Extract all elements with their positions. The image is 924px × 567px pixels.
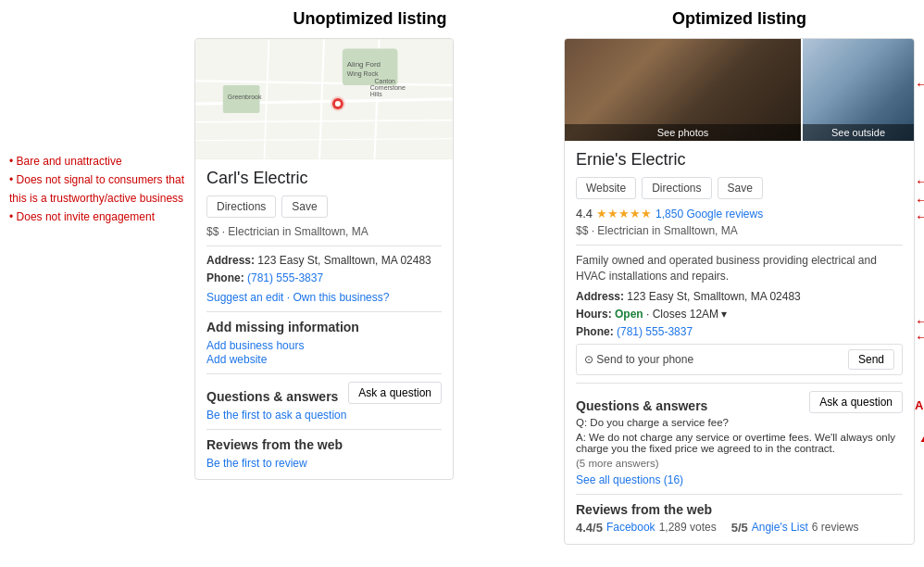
unoptimized-business-name: Carl's Electric [206,169,442,188]
unoptimized-reviews-cta[interactable]: Be the first to review [206,457,307,470]
fb-label: Facebook [606,521,656,534]
unoptimized-column: Unoptimized listing [194,9,545,545]
phone-arrow-icon: ← [915,329,924,346]
unoptimized-save-button[interactable]: Save [281,195,327,218]
optimized-title: Optimized listing [564,9,915,29]
review-count[interactable]: 1,850 Google reviews [656,208,763,220]
reviews-web: 4.4/5 Facebook 1,289 votes 5/5 Angie's L… [576,521,903,535]
photo-right-overlay: See outside [803,124,914,141]
svg-text:Hills: Hills [370,91,383,97]
hours-closes: · Closes 12AM ▾ [646,308,727,321]
unoptimized-ask-button[interactable]: Ask a question [348,382,442,404]
photo-interior[interactable]: See photos [565,39,801,141]
phone-annotation: ← Phone [915,329,924,346]
optimized-phone: Phone: (781) 555-3837 [576,325,903,338]
photo-van[interactable]: See outside [803,39,914,141]
optimized-website-button[interactable]: Website [576,177,636,199]
fb-score: 4.4/5 [576,521,603,535]
missing-info-header: Add missing information [206,320,442,334]
optimized-directions-button[interactable]: Directions [642,177,711,199]
unoptimized-price-category: $$ · Electrician in Smalltown, MA [206,225,442,238]
hours-annotation: ← Hours [915,313,924,330]
svg-text:Cornerstone: Cornerstone [370,84,406,91]
photo-left-overlay: See photos [565,124,801,141]
annotation-4: • Does not invite engagement [9,208,194,225]
optimized-price-category: $$ · Electrician in Smalltown, MA [576,224,903,237]
unoptimized-panel: Aling Ford Wing Rock Greenbrook Canton C… [194,38,454,480]
unoptimized-qa-header: Questions & answers [206,389,338,404]
add-website-link[interactable]: Add website [206,353,267,366]
opt-hours-label: Hours: [576,308,612,321]
unoptimized-reviews-header: Reviews from the web [206,437,442,452]
stars: ★★★★★ [596,207,652,220]
optimized-wrapper: Optimized listing See photos See outside [564,9,915,545]
optimized-address: Address: 123 Easy St, Smalltown, MA 0248… [576,290,903,303]
unoptimized-title: Unoptimized listing [194,9,545,29]
annotation-3: this is a trustworthy/active business [9,190,194,207]
svg-point-19 [335,101,341,107]
annotation-1: • Bare and unattractive [9,153,194,170]
unoptimized-action-buttons: Directions Save [206,195,442,218]
annotation-2: • Does not signal to consumers that [9,171,194,188]
photos-annotation: ← Photos [915,76,924,93]
add-hours-link[interactable]: Add business hours [206,339,304,352]
opt-address-label: Address: [576,290,624,303]
address-label: Address: [206,254,255,267]
unoptimized-directions-button[interactable]: Directions [206,195,276,218]
website-arrow-icon: ← [915,173,924,190]
fb-votes: 1,289 votes [659,521,717,534]
al-review: 5/5 Angie's List 6 reviews [731,521,859,535]
address-value: 123 Easy St, Smalltown, MA 02483 [257,254,431,267]
hours-arrow-icon: ← [915,313,924,330]
unoptimized-phone: Phone: (781) 555-3837 [206,271,442,284]
qa-answer: A: We do not charge any service or overt… [576,432,903,454]
left-annotations: • Bare and unattractive • Does not signa… [9,9,194,558]
qa-annotation-wrapper: Answered questions [915,398,924,442]
opt-phone-value: (781) 555-3837 [617,325,693,338]
qa-question: Q: Do you charge a service fee? [576,417,903,428]
more-answers: (5 more answers) [576,458,903,469]
website-annotation: ← Website [915,173,924,190]
optimized-save-button[interactable]: Save [718,177,763,199]
hours-open: Open [615,308,643,321]
send-button[interactable]: Send [848,349,894,370]
phone-label: Phone: [206,271,244,284]
fb-review: 4.4/5 Facebook 1,289 votes [576,521,717,535]
optimized-action-buttons: Website Directions Save [576,177,903,199]
reviews-arrow-icon: ← [915,192,924,208]
rating-number: 4.4 [576,207,593,220]
suggest-edit-link[interactable]: Suggest an edit · Own this business? [206,291,389,304]
phone-value: (781) 555-3837 [247,271,323,284]
qa-annotation-label: Answered questions [915,398,924,412]
photos-row: See photos See outside [565,39,914,141]
send-to-phone-row: ⊙ Send to your phone Send [576,344,903,375]
optimized-column: Optimized listing See photos See outside [564,9,915,545]
optimized-hours: Hours: Open · Closes 12AM ▾ [576,308,903,321]
stars-row: 4.4 ★★★★★ 1,850 Google reviews [576,207,903,220]
svg-text:Greenbrook: Greenbrook [228,94,262,100]
optimized-ask-button[interactable]: Ask a question [809,391,903,413]
see-all-questions-link[interactable]: See all questions (16) [576,473,683,486]
main-content: Unoptimized listing [194,9,915,558]
svg-text:Canton: Canton [375,78,396,84]
optimized-reviews-header: Reviews from the web [576,502,903,517]
reviews-annotation: ← Reviews/ratings [915,192,924,208]
optimized-qa-header: Questions & answers [576,398,707,413]
unoptimized-address: Address: 123 Easy St, Smalltown, MA 0248… [206,254,442,267]
svg-text:Aling Ford: Aling Ford [347,60,381,69]
optimized-body: Ernie's Electric Website Directions Save… [565,141,914,544]
unoptimized-qa-cta[interactable]: Be the first to ask a question [206,409,346,422]
map-placeholder: Aling Ford Wing Rock Greenbrook Canton C… [195,39,453,159]
category-annotation: ← Category [915,208,924,225]
opt-address-value: 123 Easy St, Smalltown, MA 02483 [627,290,800,303]
svg-text:Wing Rock: Wing Rock [347,70,379,78]
send-to-phone-text: ⊙ Send to your phone [584,353,693,366]
optimized-panel: See photos See outside Ernie's Electric … [564,38,915,545]
opt-phone-label: Phone: [576,325,614,338]
columns-wrapper: Unoptimized listing [194,9,915,545]
al-score: 5/5 [731,521,748,535]
unoptimized-body: Carl's Electric Directions Save $$ · Ele… [195,159,453,479]
al-count: 6 reviews [812,521,859,534]
business-description: Family owned and operated business provi… [576,253,903,284]
category-arrow-icon: ← [915,208,924,225]
